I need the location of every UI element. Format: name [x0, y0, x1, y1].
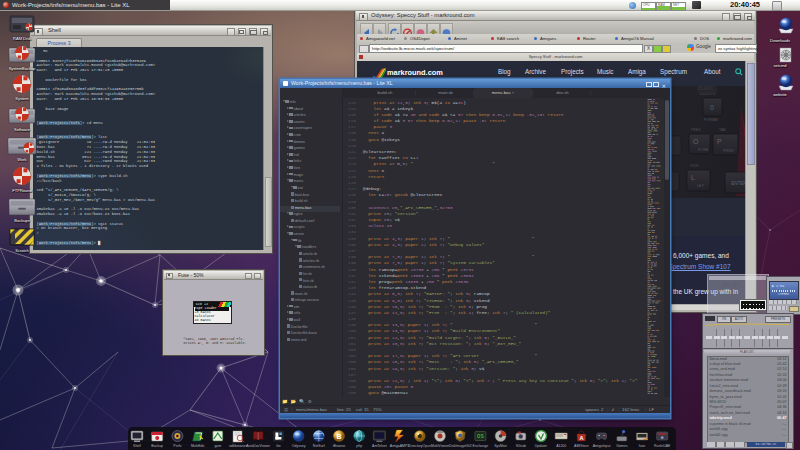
svg-text:PRINT: PRINT: [723, 149, 735, 153]
svg-text:PEEK: PEEK: [691, 128, 701, 132]
svg-text:VIDR: VIDR: [690, 164, 699, 168]
svg-text:OS: OS: [477, 433, 484, 440]
svg-text:LET: LET: [697, 184, 705, 188]
svg-text:0: 0: [710, 104, 714, 111]
svg-text:POKE: POKE: [698, 148, 709, 152]
svg-text:TAB: TAB: [719, 128, 726, 132]
svg-text:L: L: [691, 174, 695, 181]
svg-text:O: O: [693, 138, 699, 145]
svg-text:P: P: [717, 138, 722, 145]
svg-text:B: B: [336, 433, 341, 440]
svg-text:A: A: [579, 435, 583, 441]
svg-text:FORMAT: FORMAT: [704, 118, 720, 122]
